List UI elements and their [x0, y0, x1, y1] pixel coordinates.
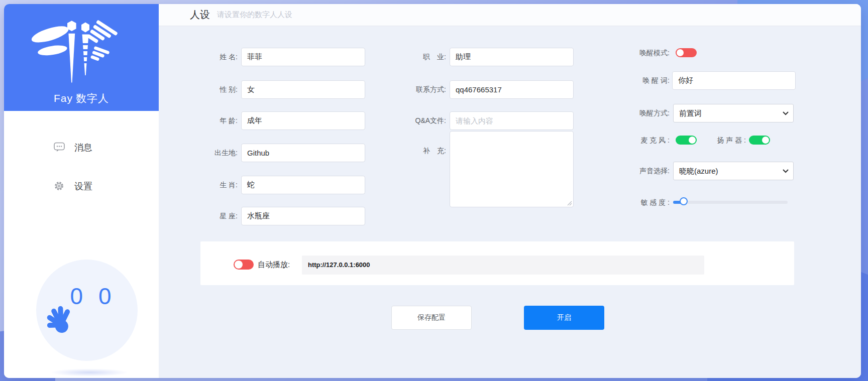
wake-word-label: 唤 醒 词: — [604, 71, 670, 90]
autoplay-panel: 自动播放: http://127.0.0.1:6000 — [200, 241, 794, 285]
autoplay-label: 自动播放: — [258, 255, 290, 274]
toggle-knob — [762, 137, 769, 144]
age-label: 年 龄: — [172, 111, 238, 130]
voice-select-value: 晓晓(azure) — [679, 167, 718, 175]
job-input[interactable] — [450, 48, 574, 66]
wake-mode-toggle[interactable] — [676, 48, 697, 57]
gender-label: 性 别: — [172, 80, 238, 99]
dragonfly-logo-icon — [29, 15, 134, 85]
mic-label: 麦 克 风 : — [604, 131, 670, 150]
gear-icon — [54, 181, 64, 191]
desktop-background: { "brand": {"fay": "Fay", "rest": "数字人"}… — [0, 0, 868, 381]
supplement-textarea[interactable] — [450, 131, 574, 207]
wake-method-select[interactable]: 前置词 — [673, 104, 794, 122]
save-config-button[interactable]: 保存配置 — [391, 306, 472, 330]
chevron-down-icon — [783, 111, 789, 115]
sidebar-item-settings[interactable]: 设置 — [4, 179, 159, 194]
brand-rest: 数字人 — [76, 92, 109, 104]
voice-select-label: 声音选择: — [604, 162, 670, 180]
wake-method-value: 前置词 — [679, 109, 702, 117]
sidebar: Fay数字人 消息 设置 0 0 — [4, 4, 159, 378]
sensitivity-slider[interactable] — [673, 201, 788, 204]
constellation-input[interactable] — [241, 207, 365, 225]
waving-hand-icon — [43, 303, 75, 337]
sidebar-item-messages[interactable]: 消息 — [4, 140, 159, 155]
message-counter: 0 0 — [65, 283, 121, 309]
chevron-down-icon — [783, 169, 789, 173]
wake-mode-label: 唤醒模式: — [604, 44, 670, 62]
speaker-toggle[interactable] — [749, 136, 770, 145]
zodiac-input[interactable] — [241, 176, 365, 194]
brand-fay: Fay — [54, 92, 73, 104]
autoplay-toggle[interactable] — [234, 260, 254, 270]
birthplace-input[interactable] — [241, 144, 365, 162]
wake-word-input[interactable] — [672, 71, 796, 90]
autoplay-url[interactable]: http://127.0.0.1:6000 — [302, 256, 704, 275]
sidebar-item-label: 消息 — [74, 140, 92, 155]
main-panel: 人设 请设置你的数字人人设 姓 名: 性 别: 年 龄: 出生地: 生 肖: 星… — [159, 4, 861, 378]
name-label: 姓 名: — [172, 48, 238, 66]
sidebar-header: Fay数字人 — [4, 4, 159, 111]
message-bubble-icon — [54, 142, 65, 152]
contact-input[interactable] — [450, 80, 574, 99]
supplement-label: 补 充: — [381, 146, 446, 156]
voice-select[interactable]: 晓晓(azure) — [673, 162, 794, 180]
toggle-knob — [235, 261, 243, 269]
start-button[interactable]: 开启 — [524, 306, 604, 330]
page-title: 人设 — [190, 8, 210, 22]
wake-method-label: 唤醒方式: — [604, 104, 670, 122]
contact-label: 联系方式: — [381, 80, 446, 99]
sidebar-item-label: 设置 — [74, 179, 92, 194]
zodiac-label: 生 肖: — [172, 176, 238, 194]
page-subtitle: 请设置你的数字人人设 — [217, 10, 292, 20]
age-input[interactable] — [241, 111, 365, 130]
speaker-label: 扬 声 器 : — [681, 131, 746, 150]
constellation-label: 星 座: — [172, 207, 238, 225]
sensitivity-slider-knob[interactable] — [680, 197, 688, 205]
qa-file-input[interactable] — [450, 111, 574, 130]
toggle-knob — [677, 49, 684, 56]
gender-input[interactable] — [241, 80, 365, 99]
sensitivity-label: 敏 感 度 : — [604, 193, 670, 212]
job-label: 职 业: — [381, 48, 446, 66]
name-input[interactable] — [241, 48, 365, 66]
brand-title: Fay数字人 — [4, 92, 159, 104]
circle-shadow — [50, 368, 129, 376]
app-window: Fay数字人 消息 设置 0 0 — [4, 4, 861, 378]
qa-file-label: Q&A文件: — [381, 111, 446, 130]
page-header: 人设 请设置你的数字人人设 — [159, 4, 861, 26]
birthplace-label: 出生地: — [172, 144, 238, 162]
